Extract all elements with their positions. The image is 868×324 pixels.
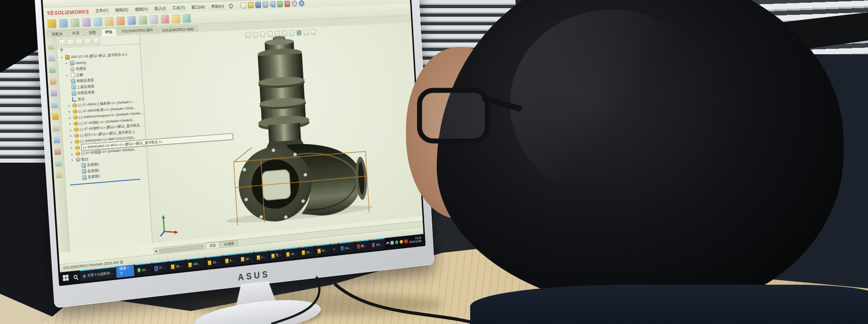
solidworks-app-icon: [372, 243, 375, 247]
save-icon[interactable]: [255, 2, 261, 8]
left-toolbar-icon-5[interactable]: [51, 89, 57, 97]
taskbar-app-caxa[interactable]: CAXA…: [339, 241, 355, 254]
pump-3d-model[interactable]: [140, 28, 414, 234]
reference-geometry-icon[interactable]: [127, 16, 137, 25]
left-toolbar-icon-7[interactable]: [52, 113, 59, 120]
left-toolbar-icon-11[interactable]: [55, 160, 62, 167]
options-gear-icon[interactable]: [292, 0, 297, 7]
tab-layout[interactable]: 布局: [68, 29, 84, 38]
graphics-viewport[interactable]: [140, 23, 422, 243]
web-search-button[interactable]: 搜索一下: [116, 265, 135, 278]
taskbar-document[interactable]: 327-45: [239, 252, 255, 264]
tray-chevron-up-icon[interactable]: [386, 242, 390, 246]
left-toolbar-icon-12[interactable]: [56, 171, 62, 178]
menu-view[interactable]: 视图(V): [132, 5, 151, 13]
solidworks-doc-icon: [171, 264, 175, 269]
left-toolbar-icon-8[interactable]: [53, 125, 60, 132]
plane-icon: [82, 175, 87, 180]
monitor: 300-327-45 * ϟS SOLIDWORKS 文件(F) 编辑(E) 视…: [34, 0, 434, 308]
left-toolbar-icon-3[interactable]: [49, 66, 56, 73]
mate-icon[interactable]: [59, 19, 68, 28]
taskbar-document[interactable]: GB标准…: [186, 257, 206, 270]
taskbar-document[interactable]: 150…: [254, 250, 269, 263]
taskbar-document[interactable]: 327-45: [284, 247, 299, 260]
configuration-manager-tab-icon[interactable]: [75, 38, 83, 46]
dassault-logo-icon: ϟS: [47, 9, 54, 16]
sensors-icon: [70, 67, 75, 71]
taskbar-document[interactable]: 5.5K…: [223, 254, 239, 266]
calculator-icon: [155, 266, 158, 271]
new-motion-study-icon[interactable]: [138, 15, 147, 24]
taskbar-search-button[interactable]: [71, 270, 80, 283]
tab-evaluate[interactable]: 评估: [101, 28, 117, 36]
tab-sketch[interactable]: 草图: [84, 28, 100, 37]
taskbar-calculator[interactable]: 计算器: [152, 261, 169, 274]
solidworks-doc-icon: [208, 260, 212, 265]
bill-of-materials-icon[interactable]: [150, 15, 158, 24]
insert-component-icon[interactable]: [47, 19, 57, 28]
display-manager-tab-icon[interactable]: [92, 38, 100, 44]
search-icon: [74, 274, 78, 279]
solidworks-doc-icon: [271, 254, 274, 258]
tray-cloud-icon[interactable]: [390, 240, 394, 244]
left-toolbar-icon-9[interactable]: [53, 136, 60, 143]
solidworks-doc-icon: [188, 262, 192, 267]
exploded-view-icon[interactable]: [160, 14, 169, 23]
new-icon[interactable]: [241, 2, 246, 9]
menu-insert[interactable]: 插入(I): [151, 5, 169, 13]
print-icon[interactable]: [263, 2, 269, 8]
menu-help[interactable]: 帮助(H): [208, 2, 227, 10]
show-hidden-components-icon[interactable]: [105, 17, 114, 26]
file-properties-icon[interactable]: [284, 1, 290, 7]
tray-yellow-status-icon[interactable]: [400, 239, 403, 244]
taskbar-document[interactable]: 泵体…: [269, 249, 284, 261]
feature-manager-panel: ▾300-327-45 (默认<默认_显示状态-1>) ▸History 传感器…: [57, 34, 153, 251]
instant3d-icon[interactable]: [172, 14, 180, 23]
menu-file[interactable]: 文件(F): [92, 7, 112, 15]
part-icon: [75, 151, 80, 156]
property-manager-tab-icon[interactable]: [67, 39, 75, 46]
open-icon[interactable]: [248, 2, 254, 9]
taskbar-document[interactable]: 150K…: [299, 245, 315, 258]
move-component-icon[interactable]: [94, 17, 103, 26]
part-icon: [73, 109, 77, 113]
left-toolbar-icon-2[interactable]: [48, 54, 55, 61]
taskbar-document[interactable]: 30-45…: [169, 259, 186, 272]
annotations-icon: [71, 73, 75, 77]
feature-manager-tab-icon[interactable]: [58, 39, 66, 46]
dimxpert-manager-tab-icon[interactable]: [84, 38, 91, 45]
rebuild-icon[interactable]: [277, 1, 283, 7]
linear-pattern-icon[interactable]: [71, 18, 80, 28]
take-snapshot-icon[interactable]: [183, 14, 191, 23]
tray-green-status-icon[interactable]: [395, 240, 399, 244]
menu-window[interactable]: 窗口(W): [188, 3, 208, 11]
caxa-icon: [340, 246, 344, 251]
scroll-left-icon[interactable]: ◀: [155, 249, 157, 253]
solidworks-doc-icon: [286, 252, 290, 257]
taskbar-document[interactable]: WQY…: [315, 244, 331, 257]
left-toolbar-icon-1[interactable]: [47, 43, 54, 50]
undo-icon[interactable]: [270, 1, 276, 8]
taskbar-pinned-app[interactable]: 6317…: [135, 263, 152, 276]
assembly-features-icon[interactable]: [116, 16, 125, 25]
start-button[interactable]: [60, 271, 71, 284]
taskbar-document[interactable]: 150W…: [206, 255, 223, 268]
left-toolbar-icon-10[interactable]: [54, 148, 61, 155]
person-shoulder: [470, 285, 868, 324]
menu-edit[interactable]: 编辑(E): [112, 6, 132, 14]
tab-assembly[interactable]: 装配体: [47, 30, 67, 38]
smart-fasteners-icon[interactable]: [82, 18, 91, 27]
taskbar-app-vg[interactable]: 阀门…: [355, 239, 370, 252]
tray-solidworks-monitor-icon[interactable]: [404, 239, 408, 243]
help-icon[interactable]: [299, 0, 304, 6]
part-icon: [74, 121, 78, 126]
pin-menu-icon[interactable]: [228, 3, 234, 9]
left-toolbar-icon-4[interactable]: [50, 78, 57, 85]
taskbar-app-solidworks[interactable]: SOLI…: [370, 238, 385, 250]
left-toolbar-icon-6[interactable]: [51, 101, 58, 108]
taskbar-app[interactable]: 7.5: [331, 243, 338, 255]
taskbar-clock[interactable]: 13:19 2021/10/28: [409, 236, 422, 244]
monitor-bezel: 300-327-45 * ϟS SOLIDWORKS 文件(F) 编辑(E) 视…: [34, 0, 434, 308]
menu-tools[interactable]: 工具(T): [169, 4, 188, 12]
part-icon: [75, 139, 79, 144]
